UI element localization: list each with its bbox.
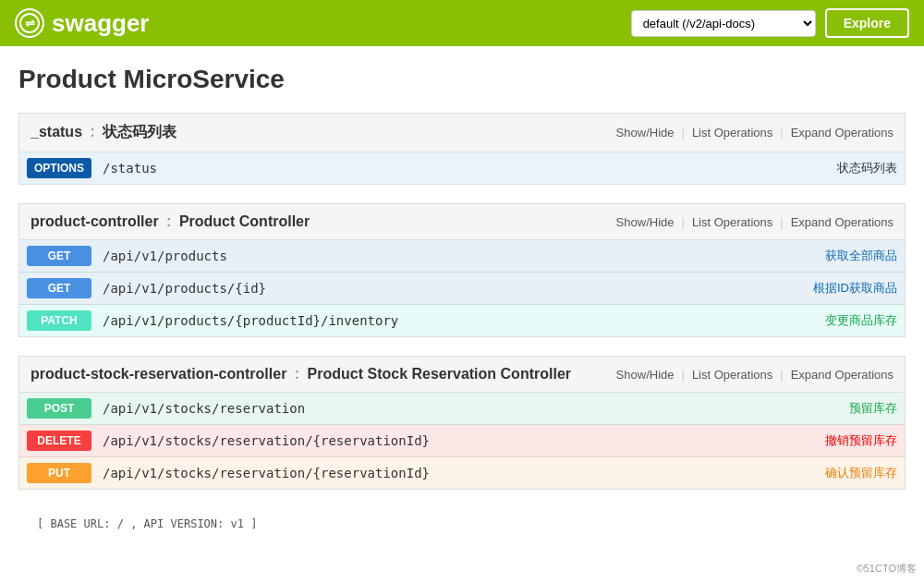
controller-name: product-stock-reservation-controller [30,366,286,382]
operation-row[interactable]: PUT /api/v1/stocks/reservation/{reservat… [19,457,905,489]
operation-path: /status [103,161,837,176]
show-hide-link[interactable]: Show/Hide [616,215,675,229]
method-badge: POST [27,398,91,419]
section-header-status: _status : 状态码列表 Show/Hide | List Operati… [19,114,905,152]
method-badge: PATCH [27,310,91,331]
divider2: | [772,215,790,229]
show-hide-link[interactable]: Show/Hide [616,126,675,140]
footer: [ BASE URL: / , API VERSION: v1 ] [18,508,906,540]
explore-button[interactable]: Explore [825,8,909,38]
section-title-product-stock-reservation-controller: product-stock-reservation-controller : P… [30,366,571,383]
controller-desc: Product Stock Reservation Controller [308,366,571,382]
controller-name: _status [30,124,82,140]
controller-desc: Product Controller [179,213,310,229]
expand-operations-link[interactable]: Expand Operations [791,215,894,229]
sections-container: _status : 状态码列表 Show/Hide | List Operati… [18,113,906,490]
operation-row[interactable]: DELETE /api/v1/stocks/reservation/{reser… [19,425,905,457]
divider: | [674,126,691,140]
expand-operations-link[interactable]: Expand Operations [791,368,894,382]
operation-path: /api/v1/products/{id} [103,281,813,296]
page-title: Product MicroService [18,65,906,94]
list-operations-link[interactable]: List Operations [692,215,772,229]
operation-row[interactable]: OPTIONS /status 状态码列表 [19,152,905,184]
operation-desc: 确认预留库存 [825,465,897,481]
footer-text: [ BASE URL: / , API VERSION: v1 ] [37,517,257,530]
divider: | [674,215,691,229]
divider2: | [772,368,790,382]
divider: | [674,368,691,382]
section-product-stock-reservation-controller: product-stock-reservation-controller : P… [18,356,906,490]
section-controls-status: Show/Hide | List Operations | Expand Ope… [616,126,894,140]
api-select[interactable]: default (/v2/api-docs) [631,10,816,37]
app-title: swagger [52,9,150,38]
show-hide-link[interactable]: Show/Hide [616,368,675,382]
section-product-controller: product-controller : Product Controller … [18,203,906,337]
swagger-logo: ⇌ swagger [15,8,150,38]
method-badge: GET [27,246,91,266]
operation-row[interactable]: GET /api/v1/products/{id} 根据ID获取商品 [19,273,905,305]
watermark: ©51CTO博客 [857,562,917,576]
section-header-product-controller: product-controller : Product Controller … [19,204,905,240]
operation-desc: 撤销预留库存 [825,432,897,449]
list-operations-link[interactable]: List Operations [692,368,772,382]
divider2: | [772,126,790,140]
operation-row[interactable]: PATCH /api/v1/products/{productId}/inven… [19,305,905,336]
operation-desc: 变更商品库存 [825,312,897,329]
operation-row[interactable]: GET /api/v1/products 获取全部商品 [19,240,905,273]
controller-desc: 状态码列表 [103,124,176,140]
operation-path: /api/v1/products [103,249,825,263]
operation-desc: 状态码列表 [837,160,897,176]
method-badge: DELETE [27,431,91,451]
operation-desc: 获取全部商品 [825,248,897,264]
method-badge: OPTIONS [27,158,91,178]
header-left: ⇌ swagger [15,8,150,38]
operation-path: /api/v1/stocks/reservation/{reservationI… [103,433,825,448]
operation-path: /api/v1/products/{productId}/inventory [103,313,825,328]
section-status: _status : 状态码列表 Show/Hide | List Operati… [18,113,906,185]
controller-name: product-controller [30,213,159,229]
section-header-product-stock-reservation-controller: product-stock-reservation-controller : P… [19,357,905,393]
svg-text:⇌: ⇌ [25,17,35,30]
section-controls-product-stock-reservation-controller: Show/Hide | List Operations | Expand Ope… [616,368,894,382]
method-badge: PUT [27,463,91,483]
expand-operations-link[interactable]: Expand Operations [791,126,894,140]
operation-desc: 根据ID获取商品 [813,280,897,297]
operation-row[interactable]: POST /api/v1/stocks/reservation 预留库存 [19,393,905,425]
operation-desc: 预留库存 [849,400,897,417]
swagger-icon: ⇌ [15,8,44,38]
main-content: Product MicroService _status : 状态码列表 Sho… [0,46,924,577]
header-right: default (/v2/api-docs) Explore [631,8,909,38]
section-title-status: _status : 状态码列表 [30,123,176,142]
section-title-product-controller: product-controller : Product Controller [30,213,310,230]
list-operations-link[interactable]: List Operations [692,126,772,140]
method-badge: GET [27,278,91,298]
operation-path: /api/v1/stocks/reservation [103,401,849,416]
app-header: ⇌ swagger default (/v2/api-docs) Explore [0,0,924,46]
section-controls-product-controller: Show/Hide | List Operations | Expand Ope… [616,215,894,229]
operation-path: /api/v1/stocks/reservation/{reservationI… [103,466,825,480]
